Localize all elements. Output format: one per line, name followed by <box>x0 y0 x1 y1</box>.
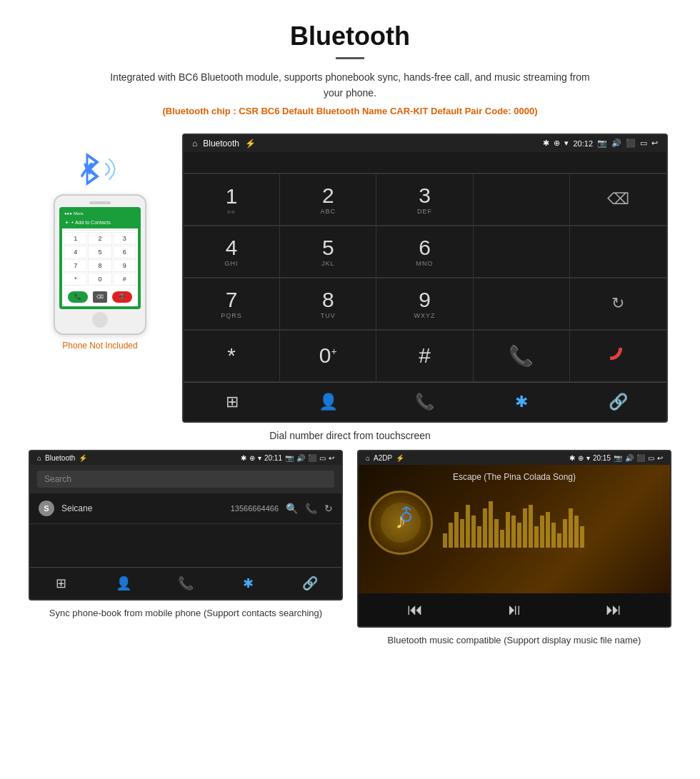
music-controls: ⏮ ⏯ ⏭ <box>359 593 670 626</box>
phone-key-0: 0 <box>88 273 111 286</box>
android-dial-screen: ⌂ Bluetooth ⚡ ✱ ⊕ ▾ 20:12 📷 🔊 ⬛ ▭ ↩ <box>182 134 668 423</box>
end-call-icon <box>606 343 630 368</box>
phone-key-1: 1 <box>64 232 87 245</box>
toolbar-bluetooth-btn[interactable]: ✱ <box>474 388 570 416</box>
phonebook-toolbar: ⊞ 👤 📞 ✱ 🔗 <box>30 567 341 599</box>
toolbar-dialpad-btn[interactable]: ⊞ <box>184 388 280 416</box>
dial-key-6[interactable]: 6 MNO <box>376 226 473 278</box>
dial-key-hash[interactable]: # <box>376 331 473 382</box>
statusbar-right: ✱ ⊕ ▾ 20:12 📷 🔊 ⬛ ▭ ↩ <box>543 139 658 148</box>
android-toolbar: ⊞ 👤 📞 ✱ 🔗 <box>184 382 666 421</box>
equalizer-bar <box>466 505 470 548</box>
dial-key-star[interactable]: * <box>184 331 280 382</box>
toolbar-contacts-btn[interactable]: 👤 <box>280 388 376 416</box>
dialpad-row-3: 7 PQRS 8 TUV 9 WXYZ ↻ <box>184 278 666 330</box>
dial-key-2[interactable]: 2 ABC <box>280 174 376 226</box>
music-statusbar-right: ✱ ⊕ ▾ 20:15 📷 🔊 ⬛ ▭ ↩ <box>569 454 663 462</box>
dial-call-button[interactable]: 📞 <box>474 331 570 382</box>
pb-bluetooth-btn[interactable]: ✱ <box>217 572 279 595</box>
dial-key-7[interactable]: 7 PQRS <box>184 278 280 330</box>
dial-key-5[interactable]: 5 JKL <box>280 226 376 278</box>
dial-key-4[interactable]: 4 GHI <box>184 226 280 278</box>
pb-contacts-btn[interactable]: 👤 <box>92 572 154 595</box>
music-content-area: Escape (The Pina Colada Song) ♪ <box>359 465 670 593</box>
call-contact-icon[interactable]: 📞 <box>305 503 317 514</box>
equalizer-bar <box>517 523 521 548</box>
pb-vol-icon: 🔊 <box>296 454 305 462</box>
music-usb-icon: ⚡ <box>396 454 404 462</box>
equalizer-bar <box>534 526 539 548</box>
phonebook-item: ⌂ Bluetooth ⚡ ✱ ⊕ ▾ 20:11 📷 🔊 ⬛ ▭ ↩ <box>29 450 343 648</box>
equalizer-bar <box>489 501 493 548</box>
music-playpause-btn[interactable]: ⏯ <box>506 600 522 619</box>
phone-key-7: 7 <box>64 259 87 272</box>
phone-not-included-label: Phone Not Included <box>62 341 137 351</box>
phone-mockup-area: ✗ ●●● More <box>32 134 168 351</box>
phone-screen-header: ●●● More <box>62 210 138 217</box>
pb-cam-icon: 📷 <box>285 454 294 462</box>
dial-key-9[interactable]: 9 WXYZ <box>376 278 473 330</box>
equalizer-bar <box>454 512 459 548</box>
equalizer-bar <box>529 505 533 548</box>
pb-home-icon: ⌂ <box>37 454 41 462</box>
dial-backspace[interactable]: ⌫ <box>570 174 666 226</box>
toolbar-link-btn[interactable]: 🔗 <box>570 388 666 416</box>
volume-icon: 🔊 <box>611 139 621 148</box>
music-prev-btn[interactable]: ⏮ <box>407 600 423 619</box>
search-bar: Search <box>37 471 334 488</box>
contact-number-seicane: 13566664466 <box>231 504 279 513</box>
dial-key-3[interactable]: 3 DEF <box>376 174 473 226</box>
pb-usb-icon: ⚡ <box>79 454 87 462</box>
dial-empty-4 <box>474 278 570 330</box>
phonebook-search-area: Search <box>30 465 341 493</box>
phone-key-8: 8 <box>88 259 111 272</box>
music-bt-icon: ✱ <box>569 454 575 462</box>
contact-row-seicane: S Seicane 13566664466 🔍 📞 ↻ <box>30 493 341 524</box>
main-content: ✗ ●●● More <box>0 126 700 423</box>
pb-link-btn[interactable]: 🔗 <box>279 572 341 595</box>
phonebook-list: S Seicane 13566664466 🔍 📞 ↻ <box>30 493 341 524</box>
pb-phone-btn[interactable]: 📞 <box>154 572 216 595</box>
music-gps-icon: ⊕ <box>578 454 584 462</box>
search-contact-icon[interactable]: 🔍 <box>286 503 298 514</box>
equalizer-bar <box>557 533 561 548</box>
refresh-contact-icon[interactable]: ↻ <box>324 503 333 514</box>
equalizer-bar <box>540 516 544 548</box>
equalizer-bar <box>563 519 567 548</box>
phone-end-button: 📵 <box>112 291 132 303</box>
music-equalizer <box>443 498 660 548</box>
dial-refresh[interactable]: ↻ <box>570 278 666 330</box>
dial-key-0[interactable]: 0+ <box>280 331 376 382</box>
camera-icon: 📷 <box>597 139 607 148</box>
statusbar-app-name: Bluetooth <box>203 139 239 149</box>
equalizer-bar <box>574 516 579 548</box>
phone-key-2: 2 <box>88 232 111 245</box>
equalizer-bar <box>477 526 481 548</box>
music-statusbar-left: ⌂ A2DP ⚡ <box>366 454 404 462</box>
music-song-title: Escape (The Pina Colada Song) <box>369 472 660 482</box>
equalizer-bar <box>483 508 487 548</box>
phone-device-mockup: ●●● More + + Add to Contacts 1 2 3 4 5 6 <box>54 194 146 335</box>
phonebook-statusbar: ⌂ Bluetooth ⚡ ✱ ⊕ ▾ 20:11 📷 🔊 ⬛ ▭ ↩ <box>30 451 341 465</box>
phone-home-button <box>92 312 108 328</box>
statusbar-time: 20:12 <box>573 139 593 148</box>
pb-bt-icon: ✱ <box>241 454 246 462</box>
music-next-btn[interactable]: ⏭ <box>606 600 621 619</box>
bottom-row: ⌂ Bluetooth ⚡ ✱ ⊕ ▾ 20:11 📷 🔊 ⬛ ▭ ↩ <box>0 450 700 662</box>
pb-gps-icon: ⊕ <box>249 454 255 462</box>
phone-speaker <box>89 201 111 204</box>
equalizer-bar <box>523 508 527 548</box>
pb-dialpad-btn[interactable]: ⊞ <box>30 572 92 595</box>
pb-statusbar-right: ✱ ⊕ ▾ 20:11 📷 🔊 ⬛ ▭ ↩ <box>241 454 334 462</box>
phone-backspace-btn: ⌫ <box>93 291 107 303</box>
phone-key-3: 3 <box>113 232 136 245</box>
equalizer-bar <box>546 512 550 548</box>
dial-key-8[interactable]: 8 TUV <box>280 278 376 330</box>
toolbar-phone-btn[interactable]: 📞 <box>376 388 473 416</box>
music-screen-icon: ⬛ <box>636 454 645 462</box>
dial-key-1[interactable]: 1 ⌾⌾ <box>184 174 280 226</box>
pb-win-icon: ▭ <box>319 454 326 462</box>
equalizer-bar <box>580 526 584 548</box>
dial-end-button[interactable] <box>570 331 666 382</box>
equalizer-bar <box>506 512 510 548</box>
